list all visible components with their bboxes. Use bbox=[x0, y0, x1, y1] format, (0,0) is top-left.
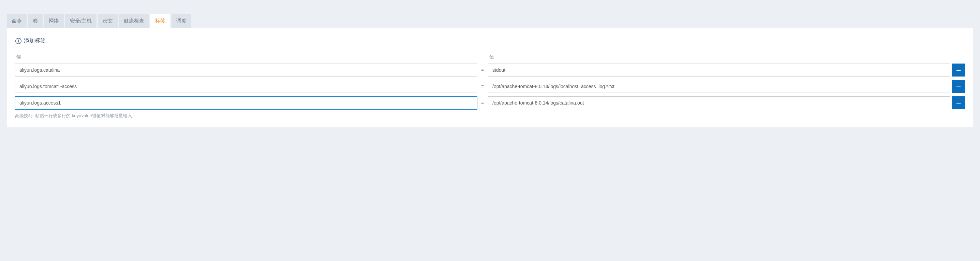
kv-headers: 键 值 bbox=[15, 54, 965, 60]
tab-security-host[interactable]: 安全/主机 bbox=[65, 14, 97, 28]
equals-sign: = bbox=[477, 80, 488, 93]
minus-icon: – bbox=[956, 98, 961, 107]
remove-row-button[interactable]: – bbox=[952, 96, 965, 109]
add-label-button[interactable]: 添加标签 bbox=[15, 37, 965, 45]
add-label-text: 添加标签 bbox=[24, 37, 46, 45]
header-key: 键 bbox=[15, 54, 477, 60]
tab-command[interactable]: 命令 bbox=[7, 14, 27, 28]
tab-labels[interactable]: 标签 bbox=[150, 14, 170, 28]
equals-sign: = bbox=[477, 64, 488, 77]
equals-sign: = bbox=[477, 96, 488, 109]
value-input[interactable] bbox=[488, 64, 950, 77]
key-input[interactable] bbox=[15, 96, 477, 109]
tabs-bar: 命令 卷 网络 安全/主机 密文 健康检查 标签 调度 bbox=[7, 14, 973, 28]
tab-scheduling[interactable]: 调度 bbox=[172, 14, 191, 28]
tab-network[interactable]: 网络 bbox=[44, 14, 64, 28]
header-value: 值 bbox=[488, 54, 950, 60]
tab-health-check[interactable]: 健康检查 bbox=[119, 14, 149, 28]
tab-secrets[interactable]: 密文 bbox=[98, 14, 118, 28]
label-row: = – bbox=[15, 64, 965, 77]
value-input[interactable] bbox=[488, 96, 950, 109]
key-input[interactable] bbox=[15, 64, 477, 77]
tab-volumes[interactable]: 卷 bbox=[28, 14, 43, 28]
remove-row-button[interactable]: – bbox=[952, 80, 965, 93]
remove-row-button[interactable]: – bbox=[952, 64, 965, 77]
labels-panel: 添加标签 键 值 = – = – = bbox=[7, 28, 973, 127]
label-row: = – bbox=[15, 96, 965, 109]
minus-icon: – bbox=[956, 66, 961, 74]
value-input[interactable] bbox=[488, 80, 950, 93]
plus-circle-icon bbox=[15, 38, 22, 45]
minus-icon: – bbox=[956, 82, 961, 91]
key-input[interactable] bbox=[15, 80, 477, 93]
hint-text: 高级技巧: 粘贴一行或多行的 key=value键值对能够批量输入。 bbox=[15, 113, 965, 119]
label-row: = – bbox=[15, 80, 965, 93]
